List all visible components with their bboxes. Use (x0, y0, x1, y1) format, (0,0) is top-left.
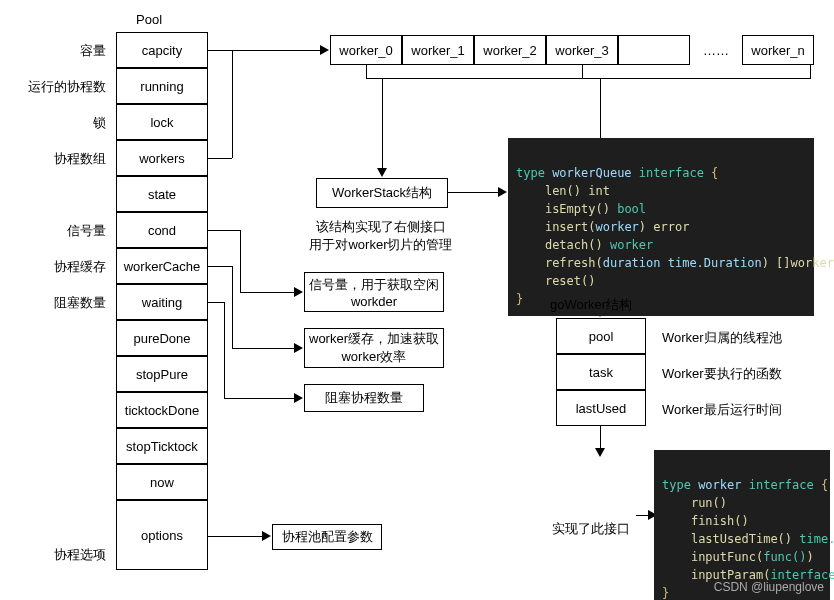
pool-waiting: waiting (116, 284, 208, 320)
worker-n: worker_n (742, 35, 814, 65)
goworker-title: goWorker结构 (550, 296, 632, 314)
pool-stopTicktock: stopTicktock (116, 428, 208, 464)
worker-1: worker_1 (402, 35, 474, 65)
pool-workerCache: workerCache (116, 248, 208, 284)
note-cond: 信号量，用于获取空闲workder (304, 272, 444, 312)
pool-pureDone: pureDone (116, 320, 208, 356)
label-lock: 锁 (6, 114, 106, 132)
pool-state: state (116, 176, 208, 212)
pool-workers: workers (116, 140, 208, 176)
label-capacity: 容量 (6, 42, 106, 60)
worker-0: worker_0 (330, 35, 402, 65)
goworker-impl-note: 实现了此接口 (552, 520, 630, 538)
label-options: 协程选项 (6, 546, 106, 564)
goworker-lastUsed: lastUsed (556, 390, 646, 426)
pool-title: Pool (136, 12, 162, 27)
label-running: 运行的协程数 (6, 78, 106, 96)
watermark: CSDN @liupenglove (714, 580, 824, 594)
code-worker: type worker interface { run() finish() l… (654, 450, 830, 600)
pool-options: options (116, 500, 208, 570)
note-workerCache: worker缓存，加速获取worker效率 (304, 328, 444, 368)
pool-cond: cond (116, 212, 208, 248)
workerstack-box: WorkerStack结构 (316, 178, 448, 208)
pool-stopPure: stopPure (116, 356, 208, 392)
label-waiting: 阻塞数量 (6, 294, 106, 312)
goworker-pool: pool (556, 318, 646, 354)
note-options: 协程池配置参数 (272, 524, 382, 550)
code-workerqueue: type workerQueue interface { len() int i… (508, 138, 814, 316)
label-cond: 信号量 (6, 222, 106, 240)
pool-running: running (116, 68, 208, 104)
workerstack-desc: 该结构实现了右侧接口 用于对worker切片的管理 (276, 218, 486, 254)
goworker-note-pool: Worker归属的线程池 (662, 329, 782, 347)
pool-lock: lock (116, 104, 208, 140)
goworker-note-lastUsed: Worker最后运行时间 (662, 401, 782, 419)
worker-4 (618, 35, 690, 65)
worker-3: worker_3 (546, 35, 618, 65)
pool-now: now (116, 464, 208, 500)
goworker-note-task: Worker要执行的函数 (662, 365, 782, 383)
note-waiting: 阻塞协程数量 (304, 384, 424, 412)
pool-capacity: capcity (116, 32, 208, 68)
pool-ticktockDone: ticktockDone (116, 392, 208, 428)
goworker-task: task (556, 354, 646, 390)
label-workers: 协程数组 (6, 150, 106, 168)
worker-dots: …… (690, 35, 742, 65)
label-workerCache: 协程缓存 (6, 258, 106, 276)
worker-2: worker_2 (474, 35, 546, 65)
